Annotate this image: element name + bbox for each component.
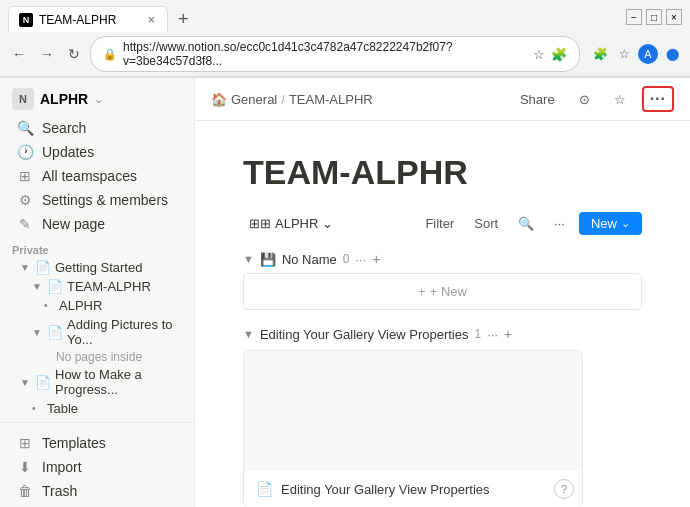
- group-no-name-label: No Name: [282, 252, 337, 267]
- more-options-button[interactable]: ···: [642, 86, 674, 112]
- chevron-icon: ▼: [20, 262, 32, 273]
- group-chevron-icon[interactable]: ▼: [243, 328, 254, 340]
- topbar-actions: Share ⊙ ☆ ···: [512, 86, 674, 112]
- browser-extensions: 🧩 ☆ A ⬤: [590, 44, 682, 64]
- sidebar-item-how-to-make[interactable]: ▼ 📄 How to Make a Progress...: [4, 365, 190, 399]
- workspace-chevron: ⌄: [94, 93, 103, 106]
- trash-label: Trash: [42, 483, 77, 499]
- doc-icon: 📄: [35, 260, 51, 275]
- sort-button[interactable]: Sort: [468, 213, 504, 234]
- window-controls: − □ ×: [626, 9, 682, 29]
- group-add-icon[interactable]: +: [504, 326, 512, 342]
- db-toolbar: ⊞⊞ ALPHR ⌄ Filter Sort 🔍 ··· New ⌄: [243, 212, 642, 235]
- group-no-name-header: ▼ 💾 No Name 0 ··· +: [243, 251, 642, 267]
- sidebar-item-new-page[interactable]: ✎ New page: [4, 212, 190, 236]
- new-in-group-label: + New: [430, 284, 467, 299]
- doc-icon: 📄: [47, 325, 63, 340]
- import-label: Import: [42, 459, 82, 475]
- gallery-card[interactable]: 📄 Editing Your Gallery View Properties ?: [243, 350, 583, 507]
- group-save-icon: 💾: [260, 252, 276, 267]
- puzzle-ext-icon[interactable]: 🧩: [590, 44, 610, 64]
- workspace-header[interactable]: N ALPHR ⌄: [0, 82, 194, 116]
- tab-favicon: N: [19, 13, 33, 27]
- sidebar-item-team-alphr[interactable]: ▼ 📄 TEAM-ALPHR: [4, 277, 190, 296]
- lock-icon: 🔒: [103, 48, 117, 61]
- more-db-button[interactable]: ···: [548, 213, 571, 234]
- group-no-name: ▼ 💾 No Name 0 ··· + + + New: [243, 251, 642, 310]
- url-bar[interactable]: 🔒 https://www.notion.so/ecc0c1d41c3c4782…: [90, 36, 580, 72]
- url-actions: ☆ 🧩: [533, 47, 567, 62]
- gallery-card-footer: 📄 Editing Your Gallery View Properties: [244, 471, 582, 507]
- maximize-button[interactable]: □: [646, 9, 662, 25]
- tab-close-button[interactable]: ×: [145, 12, 157, 27]
- chevron-icon: ▼: [32, 281, 44, 292]
- doc-icon: 📄: [35, 375, 51, 390]
- group-editing-gallery: ▼ Editing Your Gallery View Properties 1…: [243, 326, 642, 507]
- search-db-button[interactable]: 🔍: [512, 213, 540, 234]
- group-more-icon[interactable]: ···: [487, 327, 498, 342]
- empty-group-new[interactable]: + + New: [243, 273, 642, 310]
- sidebar-item-search[interactable]: 🔍 Search: [4, 116, 190, 140]
- star-ext-icon[interactable]: ☆: [614, 44, 634, 64]
- notion-topbar: 🏠 General / TEAM-ALPHR Share ⊙ ☆ ···: [195, 78, 690, 121]
- main-content: 🏠 General / TEAM-ALPHR Share ⊙ ☆ ··· TEA…: [195, 78, 690, 507]
- pencil-icon: ✎: [16, 216, 34, 232]
- sidebar-item-import[interactable]: ⬇ Import: [4, 455, 190, 479]
- workspace-icon: N: [12, 88, 34, 110]
- group-editing-label: Editing Your Gallery View Properties: [260, 327, 469, 342]
- page-title: TEAM-ALPHR: [243, 153, 642, 192]
- url-text: https://www.notion.so/ecc0c1d41c3c4782a4…: [123, 40, 527, 68]
- sidebar-bottom: ⊞ Templates ⬇ Import 🗑 Trash: [0, 422, 194, 503]
- no-pages-label: No pages inside: [4, 350, 190, 364]
- history-button[interactable]: ⊙: [571, 89, 598, 110]
- back-button[interactable]: ←: [8, 44, 30, 64]
- reload-button[interactable]: ↻: [64, 44, 84, 64]
- share-button[interactable]: Share: [512, 89, 563, 110]
- filter-button[interactable]: Filter: [419, 213, 460, 234]
- sidebar-item-table[interactable]: • Table: [4, 399, 190, 418]
- sidebar-item-alphr[interactable]: • ALPHR: [4, 296, 190, 315]
- grid-icon: ⊞: [16, 168, 34, 184]
- help-icon[interactable]: ?: [554, 479, 574, 499]
- group-chevron-icon[interactable]: ▼: [243, 253, 254, 265]
- group-count: 1: [475, 327, 482, 341]
- group-more-icon[interactable]: ···: [356, 252, 367, 267]
- new-record-button[interactable]: New ⌄: [579, 212, 642, 235]
- sidebar-item-teamspaces[interactable]: ⊞ All teamspaces: [4, 164, 190, 188]
- minimize-button[interactable]: −: [626, 9, 642, 25]
- close-window-button[interactable]: ×: [666, 9, 682, 25]
- db-name: ALPHR: [275, 216, 318, 231]
- new-tab-button[interactable]: +: [172, 9, 195, 30]
- clock-icon: 🕐: [16, 144, 34, 160]
- extension-icon[interactable]: 🧩: [551, 47, 567, 62]
- active-tab[interactable]: N TEAM-ALPHR ×: [8, 6, 168, 32]
- tab-bar: N TEAM-ALPHR × + − □ ×: [0, 0, 690, 32]
- sidebar-item-trash[interactable]: 🗑 Trash: [4, 479, 190, 503]
- sidebar-item-updates[interactable]: 🕐 Updates: [4, 140, 190, 164]
- forward-button[interactable]: →: [36, 44, 58, 64]
- breadcrumb-home-icon: 🏠: [211, 92, 227, 107]
- breadcrumb-general: General: [231, 92, 277, 107]
- edge-icon[interactable]: ⬤: [662, 44, 682, 64]
- sidebar-item-settings[interactable]: ⚙ Settings & members: [4, 188, 190, 212]
- sidebar-item-templates[interactable]: ⊞ Templates: [4, 431, 190, 455]
- profile-ext-icon[interactable]: A: [638, 44, 658, 64]
- how-to-make-label: How to Make a Progress...: [55, 367, 186, 397]
- team-alphr-label: TEAM-ALPHR: [67, 279, 151, 294]
- db-view-icon[interactable]: ⊞⊞ ALPHR ⌄: [243, 213, 339, 234]
- browser-titlebar: N TEAM-ALPHR × + − □ × ← → ↻ 🔒 https://w…: [0, 0, 690, 78]
- sidebar-item-adding-pictures[interactable]: ▼ 📄 Adding Pictures to Yo...: [4, 315, 190, 349]
- templates-label: Templates: [42, 435, 106, 451]
- trash-icon: 🗑: [16, 483, 34, 499]
- workspace-name: ALPHR: [40, 91, 88, 107]
- sidebar-search-label: Search: [42, 120, 86, 136]
- star-button[interactable]: ☆: [606, 89, 634, 110]
- breadcrumb-separator: /: [281, 92, 285, 107]
- bookmark-icon[interactable]: ☆: [533, 47, 545, 62]
- private-section-label: Private: [0, 236, 194, 258]
- sidebar-item-getting-started[interactable]: ▼ 📄 Getting Started: [4, 258, 190, 277]
- getting-started-label: Getting Started: [55, 260, 142, 275]
- import-icon: ⬇: [16, 459, 34, 475]
- group-add-icon[interactable]: +: [372, 251, 380, 267]
- templates-icon: ⊞: [16, 435, 34, 451]
